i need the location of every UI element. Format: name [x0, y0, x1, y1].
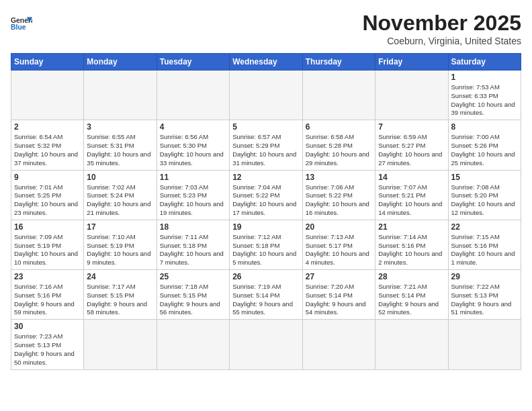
calendar-week-0: 1Sunrise: 7:53 AM Sunset: 6:33 PM Daylig…	[11, 71, 521, 120]
day-number: 26	[232, 272, 300, 281]
day-number: 29	[451, 272, 519, 281]
calendar-cell: 17Sunrise: 7:10 AM Sunset: 5:19 PM Dayli…	[84, 220, 157, 269]
day-info: Sunrise: 7:06 AM Sunset: 5:22 PM Dayligh…	[306, 183, 372, 218]
month-title: November 2025	[362, 11, 521, 36]
svg-text:Blue: Blue	[11, 24, 26, 31]
calendar-cell: 11Sunrise: 7:03 AM Sunset: 5:23 PM Dayli…	[157, 170, 229, 220]
logo: General Blue	[11, 15, 32, 34]
calendar-cell: 30Sunrise: 7:23 AM Sunset: 5:13 PM Dayli…	[11, 320, 84, 369]
day-info: Sunrise: 7:10 AM Sunset: 5:19 PM Dayligh…	[87, 233, 153, 267]
calendar-cell: 13Sunrise: 7:06 AM Sunset: 5:22 PM Dayli…	[302, 170, 375, 220]
calendar-cell	[302, 320, 375, 369]
day-info: Sunrise: 6:56 AM Sunset: 5:30 PM Dayligh…	[160, 133, 226, 167]
calendar-cell	[84, 71, 157, 120]
calendar-week-4: 23Sunrise: 7:16 AM Sunset: 5:16 PM Dayli…	[11, 270, 521, 320]
calendar-cell	[84, 320, 157, 369]
day-number: 3	[87, 122, 153, 132]
day-number: 22	[451, 222, 519, 232]
calendar-cell: 12Sunrise: 7:04 AM Sunset: 5:22 PM Dayli…	[230, 170, 303, 220]
calendar-week-2: 9Sunrise: 7:01 AM Sunset: 5:25 PM Daylig…	[11, 170, 521, 220]
day-info: Sunrise: 7:20 AM Sunset: 5:14 PM Dayligh…	[306, 283, 372, 317]
weekday-header-row: SundayMondayTuesdayWednesdayThursdayFrid…	[11, 54, 521, 71]
calendar-week-5: 30Sunrise: 7:23 AM Sunset: 5:13 PM Dayli…	[11, 320, 521, 369]
calendar-cell: 5Sunrise: 6:57 AM Sunset: 5:29 PM Daylig…	[230, 120, 303, 170]
calendar-cell: 19Sunrise: 7:12 AM Sunset: 5:18 PM Dayli…	[230, 220, 303, 269]
day-number: 5	[232, 122, 300, 132]
day-info: Sunrise: 7:15 AM Sunset: 5:16 PM Dayligh…	[451, 233, 519, 267]
day-info: Sunrise: 7:11 AM Sunset: 5:18 PM Dayligh…	[160, 233, 226, 267]
day-number: 14	[378, 173, 445, 182]
calendar-week-3: 16Sunrise: 7:09 AM Sunset: 5:19 PM Dayli…	[11, 220, 521, 269]
weekday-header-wednesday: Wednesday	[230, 54, 303, 71]
weekday-header-saturday: Saturday	[448, 54, 521, 71]
day-info: Sunrise: 6:54 AM Sunset: 5:32 PM Dayligh…	[14, 133, 81, 167]
calendar-cell: 28Sunrise: 7:21 AM Sunset: 5:14 PM Dayli…	[375, 270, 448, 320]
day-info: Sunrise: 7:53 AM Sunset: 6:33 PM Dayligh…	[451, 83, 519, 118]
weekday-header-friday: Friday	[375, 54, 448, 71]
calendar-cell: 7Sunrise: 6:59 AM Sunset: 5:27 PM Daylig…	[375, 120, 448, 170]
location: Coeburn, Virginia, United States	[362, 36, 521, 46]
day-number: 2	[14, 122, 81, 132]
logo-icon: General Blue	[11, 15, 32, 34]
day-number: 23	[14, 272, 81, 281]
day-info: Sunrise: 7:01 AM Sunset: 5:25 PM Dayligh…	[14, 183, 81, 218]
day-number: 20	[306, 222, 372, 232]
calendar-cell	[230, 71, 303, 120]
day-number: 10	[87, 173, 153, 182]
day-number: 24	[87, 272, 153, 281]
day-info: Sunrise: 7:18 AM Sunset: 5:15 PM Dayligh…	[160, 283, 226, 317]
calendar-cell: 18Sunrise: 7:11 AM Sunset: 5:18 PM Dayli…	[157, 220, 229, 269]
day-number: 8	[451, 122, 519, 132]
day-number: 9	[14, 173, 81, 182]
calendar-cell	[448, 320, 521, 369]
day-number: 1	[451, 73, 519, 82]
day-number: 25	[160, 272, 226, 281]
calendar-cell	[11, 71, 84, 120]
page-header: General Blue November 2025 Coeburn, Virg…	[11, 11, 521, 46]
calendar-cell: 8Sunrise: 7:00 AM Sunset: 5:26 PM Daylig…	[448, 120, 521, 170]
calendar-table: SundayMondayTuesdayWednesdayThursdayFrid…	[11, 53, 521, 370]
day-number: 11	[160, 173, 226, 182]
calendar-cell: 16Sunrise: 7:09 AM Sunset: 5:19 PM Dayli…	[11, 220, 84, 269]
calendar-cell: 1Sunrise: 7:53 AM Sunset: 6:33 PM Daylig…	[448, 71, 521, 120]
weekday-header-sunday: Sunday	[11, 54, 84, 71]
day-number: 28	[378, 272, 445, 281]
calendar-cell	[302, 71, 375, 120]
calendar-cell: 22Sunrise: 7:15 AM Sunset: 5:16 PM Dayli…	[448, 220, 521, 269]
weekday-header-monday: Monday	[84, 54, 157, 71]
day-number: 27	[306, 272, 372, 281]
weekday-header-tuesday: Tuesday	[157, 54, 229, 71]
calendar-cell: 23Sunrise: 7:16 AM Sunset: 5:16 PM Dayli…	[11, 270, 84, 320]
day-number: 4	[160, 122, 226, 132]
day-info: Sunrise: 7:17 AM Sunset: 5:15 PM Dayligh…	[87, 283, 153, 317]
calendar-cell	[157, 320, 229, 369]
day-info: Sunrise: 7:04 AM Sunset: 5:22 PM Dayligh…	[232, 183, 300, 218]
day-info: Sunrise: 7:13 AM Sunset: 5:17 PM Dayligh…	[306, 233, 372, 267]
calendar-cell: 15Sunrise: 7:08 AM Sunset: 5:20 PM Dayli…	[448, 170, 521, 220]
day-info: Sunrise: 7:09 AM Sunset: 5:19 PM Dayligh…	[14, 233, 81, 267]
calendar-cell: 24Sunrise: 7:17 AM Sunset: 5:15 PM Dayli…	[84, 270, 157, 320]
calendar-cell: 4Sunrise: 6:56 AM Sunset: 5:30 PM Daylig…	[157, 120, 229, 170]
day-number: 12	[232, 173, 300, 182]
day-number: 19	[232, 222, 300, 232]
calendar-cell: 14Sunrise: 7:07 AM Sunset: 5:21 PM Dayli…	[375, 170, 448, 220]
calendar-cell: 3Sunrise: 6:55 AM Sunset: 5:31 PM Daylig…	[84, 120, 157, 170]
calendar-week-1: 2Sunrise: 6:54 AM Sunset: 5:32 PM Daylig…	[11, 120, 521, 170]
calendar-cell: 2Sunrise: 6:54 AM Sunset: 5:32 PM Daylig…	[11, 120, 84, 170]
calendar-cell: 29Sunrise: 7:22 AM Sunset: 5:13 PM Dayli…	[448, 270, 521, 320]
day-number: 15	[451, 173, 519, 182]
calendar-cell	[157, 71, 229, 120]
day-info: Sunrise: 7:14 AM Sunset: 5:16 PM Dayligh…	[378, 233, 445, 267]
day-info: Sunrise: 7:22 AM Sunset: 5:13 PM Dayligh…	[451, 283, 519, 317]
calendar-cell	[375, 71, 448, 120]
day-info: Sunrise: 7:21 AM Sunset: 5:14 PM Dayligh…	[378, 283, 445, 317]
calendar-cell	[230, 320, 303, 369]
calendar-cell: 10Sunrise: 7:02 AM Sunset: 5:24 PM Dayli…	[84, 170, 157, 220]
calendar-cell: 26Sunrise: 7:19 AM Sunset: 5:14 PM Dayli…	[230, 270, 303, 320]
day-info: Sunrise: 7:00 AM Sunset: 5:26 PM Dayligh…	[451, 133, 519, 167]
day-info: Sunrise: 6:58 AM Sunset: 5:28 PM Dayligh…	[306, 133, 372, 167]
day-info: Sunrise: 7:08 AM Sunset: 5:20 PM Dayligh…	[451, 183, 519, 218]
calendar-cell: 9Sunrise: 7:01 AM Sunset: 5:25 PM Daylig…	[11, 170, 84, 220]
day-number: 18	[160, 222, 226, 232]
calendar-cell: 27Sunrise: 7:20 AM Sunset: 5:14 PM Dayli…	[302, 270, 375, 320]
